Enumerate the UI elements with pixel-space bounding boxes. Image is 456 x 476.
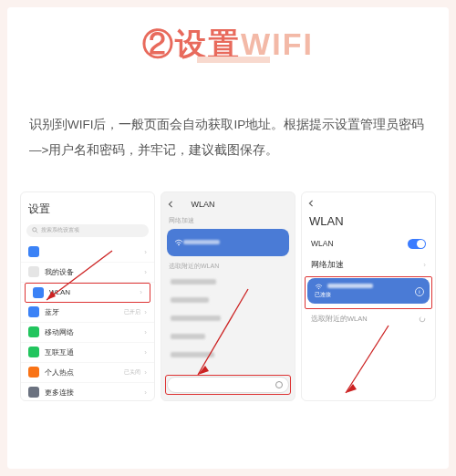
chevron-right-icon: › bbox=[140, 288, 142, 296]
title-underline bbox=[197, 57, 270, 63]
spinner-icon bbox=[419, 316, 426, 323]
chevron-right-icon: › bbox=[144, 388, 147, 397]
list-item[interactable] bbox=[161, 346, 295, 364]
chevron-right-icon: › bbox=[423, 261, 426, 269]
back-icon[interactable] bbox=[167, 201, 174, 208]
row-icon bbox=[28, 266, 39, 277]
wlan-accel-label: 网络加速 bbox=[161, 212, 295, 227]
svg-marker-6 bbox=[198, 366, 209, 375]
highlight-box bbox=[305, 276, 432, 309]
wlan-accel-label2: 网络加速 bbox=[311, 260, 423, 271]
list-item[interactable] bbox=[161, 309, 295, 327]
back-icon[interactable] bbox=[307, 200, 315, 207]
row-label: WLAN bbox=[49, 288, 136, 296]
settings-row[interactable]: 个人热点已关闭› bbox=[21, 363, 154, 383]
phone-wlan-select: WLAN 网络加速 选取附近的WLAN bbox=[161, 191, 295, 401]
highlight-box bbox=[165, 375, 291, 395]
arrow-3 bbox=[338, 320, 402, 401]
settings-row[interactable]: 互联互通› bbox=[21, 343, 154, 363]
list-item[interactable] bbox=[161, 327, 295, 346]
phone-wlan-page: WLAN WLAN 网络加速 › 已连接 i bbox=[301, 191, 436, 401]
svg-point-0 bbox=[33, 228, 36, 232]
search-placeholder: 搜索系统设置项 bbox=[41, 226, 79, 234]
settings-row[interactable]: WLAN› bbox=[25, 283, 150, 303]
row-icon bbox=[33, 287, 44, 298]
wlan-header-bar: WLAN bbox=[161, 192, 295, 212]
row-label: 个人热点 bbox=[45, 367, 124, 378]
step-number: ② bbox=[142, 26, 175, 61]
settings-row[interactable]: 我的设备› bbox=[21, 263, 154, 283]
wlan-nearby-label: 选取附近的WLAN bbox=[161, 258, 295, 273]
chevron-right-icon: › bbox=[144, 328, 147, 336]
search-icon bbox=[32, 227, 38, 233]
settings-row[interactable]: 移动网络› bbox=[21, 323, 154, 343]
wlan-nearby-list bbox=[161, 273, 295, 364]
row-icon bbox=[28, 326, 39, 337]
settings-row[interactable]: 蓝牙已开启› bbox=[21, 303, 154, 323]
row-sub: 已开启 bbox=[124, 308, 140, 316]
screenshots-row: 设置 搜索系统设置项 ›我的设备›WLAN›蓝牙已开启›移动网络›互联互通›个人… bbox=[20, 191, 436, 401]
settings-row[interactable]: › bbox=[21, 243, 154, 263]
wlan-connected-card[interactable] bbox=[167, 229, 289, 256]
row-icon bbox=[28, 347, 39, 357]
list-item[interactable] bbox=[161, 291, 295, 309]
chevron-right-icon: › bbox=[144, 368, 147, 377]
svg-point-4 bbox=[178, 243, 180, 245]
wlan-accel-row[interactable]: 网络加速 › bbox=[302, 254, 435, 276]
row-icon bbox=[28, 246, 39, 257]
list-item[interactable] bbox=[161, 273, 295, 291]
phone-settings: 设置 搜索系统设置项 ›我的设备›WLAN›蓝牙已开启›移动网络›互联互通›个人… bbox=[20, 191, 155, 401]
chevron-right-icon: › bbox=[144, 268, 147, 276]
svg-line-9 bbox=[346, 326, 389, 393]
settings-title: 设置 bbox=[21, 192, 154, 222]
wlan-toggle[interactable] bbox=[408, 239, 426, 249]
wlan-page-title: WLAN bbox=[302, 212, 435, 233]
settings-row[interactable]: 更多连接› bbox=[21, 383, 154, 401]
chevron-right-icon: › bbox=[144, 348, 147, 357]
wlan-nearby-label2: 选取附近的WLAN bbox=[311, 315, 419, 324]
wifi-icon bbox=[174, 239, 183, 246]
row-label: 互联互通 bbox=[45, 347, 140, 357]
row-icon bbox=[28, 387, 39, 398]
wlan-toggle-row[interactable]: WLAN bbox=[302, 233, 435, 254]
description-text: 识别到WIFI后，一般页面会自动获取IP地址。根据提示设置管理员密码—>用户名和… bbox=[29, 112, 427, 164]
row-label: 蓝牙 bbox=[45, 307, 124, 317]
row-sub: 已关闭 bbox=[124, 368, 140, 377]
chevron-right-icon: › bbox=[144, 308, 147, 316]
wlan-toggle-label: WLAN bbox=[311, 239, 408, 248]
svg-point-8 bbox=[420, 316, 425, 322]
chevron-right-icon: › bbox=[144, 248, 147, 256]
row-icon bbox=[28, 367, 39, 378]
svg-marker-10 bbox=[346, 384, 357, 393]
row-label: 我的设备 bbox=[45, 267, 140, 277]
row-icon bbox=[28, 306, 39, 317]
row-label: 更多连接 bbox=[45, 388, 140, 398]
wlan-header-title: WLAN bbox=[174, 200, 232, 209]
row-label: 移动网络 bbox=[45, 327, 140, 337]
svg-line-1 bbox=[36, 232, 37, 233]
wlan-top-bar bbox=[302, 192, 435, 212]
settings-search[interactable]: 搜索系统设置项 bbox=[26, 224, 149, 237]
